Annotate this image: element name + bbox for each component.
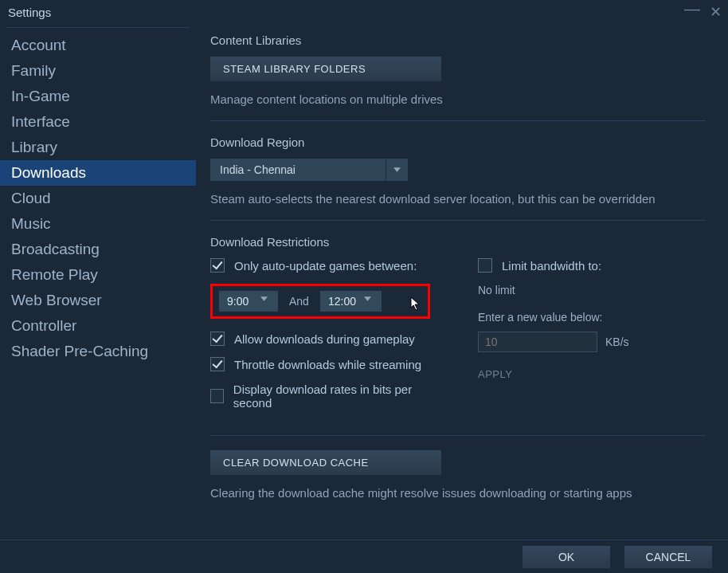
time-from-dropdown[interactable]: 9:00 bbox=[219, 291, 278, 312]
auto-update-checkbox[interactable] bbox=[210, 258, 225, 273]
chevron-down-icon bbox=[260, 291, 278, 312]
no-limit-label: No limit bbox=[478, 284, 706, 296]
chevron-down-icon bbox=[364, 291, 382, 312]
cache-desc: Clearing the download cache might resolv… bbox=[210, 486, 706, 500]
sidebar-item-in-game[interactable]: In-Game bbox=[0, 84, 196, 109]
throttle-streaming-label: Throttle downloads while streaming bbox=[234, 358, 421, 371]
clear-download-cache-button[interactable]: CLEAR DOWNLOAD CACHE bbox=[210, 450, 441, 475]
sidebar-item-library[interactable]: Library bbox=[0, 135, 196, 160]
limit-bandwidth-checkbox[interactable] bbox=[478, 258, 492, 273]
sidebar: AccountFamilyIn-GameInterfaceLibraryDown… bbox=[0, 24, 196, 540]
download-region-dropdown[interactable]: India - Chennai bbox=[210, 159, 408, 181]
limit-bandwidth-row: Limit bandwidth to: bbox=[478, 258, 706, 273]
sidebar-item-shader-pre-caching[interactable]: Shader Pre-Caching bbox=[0, 339, 196, 364]
bandwidth-input-row: KB/s bbox=[478, 332, 706, 352]
bits-per-second-checkbox[interactable] bbox=[210, 389, 224, 403]
restrictions-right-col: Limit bandwidth to: No limit Enter a new… bbox=[478, 258, 706, 421]
auto-update-row: Only auto-update games between: bbox=[210, 258, 438, 273]
sidebar-item-cloud[interactable]: Cloud bbox=[0, 186, 196, 211]
dropdown-selected: India - Chennai bbox=[210, 163, 386, 176]
sidebar-item-downloads[interactable]: Downloads bbox=[0, 160, 196, 186]
restrictions-left-col: Only auto-update games between: 9:00 And… bbox=[210, 258, 438, 421]
auto-update-time-range: 9:00 And 12:00 bbox=[210, 284, 430, 319]
throttle-streaming-checkbox[interactable] bbox=[210, 357, 225, 371]
sidebar-item-music[interactable]: Music bbox=[0, 211, 196, 237]
title-bar: Settings bbox=[0, 0, 728, 24]
window-controls: — ✕ bbox=[684, 3, 722, 21]
content-pane: Content Libraries STEAM LIBRARY FOLDERS … bbox=[196, 24, 728, 540]
main-area: AccountFamilyIn-GameInterfaceLibraryDown… bbox=[0, 24, 728, 540]
section-cache: CLEAR DOWNLOAD CACHE Clearing the downlo… bbox=[210, 450, 706, 514]
section-download-restrictions: Download Restrictions Only auto-update g… bbox=[210, 235, 706, 436]
content-libraries-desc: Manage content locations on multiple dri… bbox=[210, 92, 706, 106]
section-title: Download Restrictions bbox=[210, 235, 706, 249]
limit-bandwidth-label: Limit bandwidth to: bbox=[502, 259, 601, 273]
chevron-down-icon bbox=[386, 159, 408, 181]
section-title: Content Libraries bbox=[210, 33, 706, 47]
cancel-button[interactable]: CANCEL bbox=[624, 546, 712, 568]
sidebar-separator bbox=[6, 27, 190, 28]
sidebar-item-account[interactable]: Account bbox=[0, 33, 196, 58]
section-title: Download Region bbox=[210, 135, 706, 149]
bits-per-second-label: Display download rates in bits per secon… bbox=[233, 383, 438, 410]
allow-gameplay-checkbox[interactable] bbox=[210, 332, 225, 346]
sidebar-item-broadcasting[interactable]: Broadcasting bbox=[0, 237, 196, 262]
sidebar-item-remote-play[interactable]: Remote Play bbox=[0, 262, 196, 288]
enter-value-label: Enter a new value below: bbox=[478, 311, 706, 324]
minimize-icon[interactable]: — bbox=[684, 6, 700, 12]
throttle-streaming-row: Throttle downloads while streaming bbox=[210, 357, 438, 371]
dialog-footer: OK CANCEL bbox=[0, 540, 728, 573]
sidebar-item-interface[interactable]: Interface bbox=[0, 109, 196, 135]
bandwidth-unit: KB/s bbox=[605, 336, 629, 348]
bandwidth-input[interactable] bbox=[478, 332, 597, 352]
close-icon[interactable]: ✕ bbox=[710, 3, 722, 21]
time-to-dropdown[interactable]: 12:00 bbox=[320, 291, 382, 312]
sidebar-item-family[interactable]: Family bbox=[0, 58, 196, 84]
allow-gameplay-row: Allow downloads during gameplay bbox=[210, 332, 438, 346]
section-content-libraries: Content Libraries STEAM LIBRARY FOLDERS … bbox=[210, 33, 706, 121]
apply-button[interactable]: APPLY bbox=[478, 365, 512, 383]
sidebar-item-web-browser[interactable]: Web Browser bbox=[0, 288, 196, 313]
auto-update-label: Only auto-update games between: bbox=[234, 259, 417, 273]
bits-per-second-row: Display download rates in bits per secon… bbox=[210, 383, 438, 410]
and-label: And bbox=[289, 295, 309, 308]
time-to-value: 12:00 bbox=[320, 295, 364, 308]
section-download-region: Download Region India - Chennai Steam au… bbox=[210, 135, 706, 221]
ok-button[interactable]: OK bbox=[523, 546, 610, 568]
time-from-value: 9:00 bbox=[219, 295, 260, 308]
window-title: Settings bbox=[8, 6, 51, 19]
sidebar-item-controller[interactable]: Controller bbox=[0, 313, 196, 339]
allow-gameplay-label: Allow downloads during gameplay bbox=[234, 332, 415, 346]
download-region-desc: Steam auto-selects the nearest download … bbox=[210, 192, 706, 206]
steam-library-folders-button[interactable]: STEAM LIBRARY FOLDERS bbox=[210, 57, 441, 81]
cursor-icon bbox=[410, 296, 421, 313]
